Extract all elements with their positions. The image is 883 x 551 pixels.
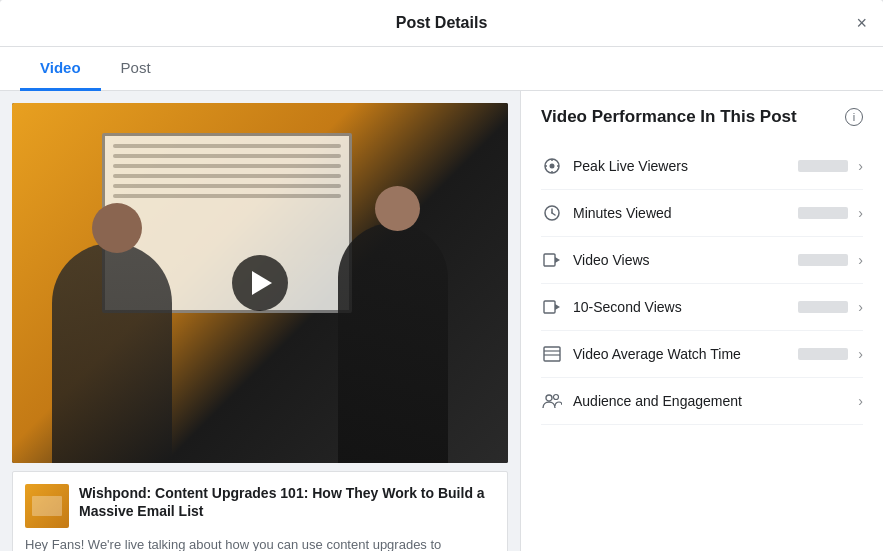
post-title: Wishpond: Content Upgrades 101: How They… [79, 484, 495, 520]
metric-row-views[interactable]: Video Views › [541, 237, 863, 284]
metric-row-peak-live[interactable]: Peak Live Viewers › [541, 143, 863, 190]
post-card: Wishpond: Content Upgrades 101: How They… [12, 471, 508, 551]
modal-body: Wishpond: Content Upgrades 101: How They… [0, 91, 883, 551]
svg-rect-11 [544, 301, 555, 313]
svg-marker-10 [555, 257, 560, 263]
audience-label: Audience and Engagement [573, 393, 798, 409]
wb-line [113, 184, 341, 188]
chevron-icon: › [858, 205, 863, 221]
ten-second-value [798, 301, 848, 313]
metric-row-minutes[interactable]: Minutes Viewed › [541, 190, 863, 237]
close-button[interactable]: × [856, 14, 867, 32]
right-panel-content: Video Performance In This Post i [521, 91, 883, 551]
chevron-icon: › [858, 346, 863, 362]
svg-point-1 [550, 164, 555, 169]
post-card-header: Wishpond: Content Upgrades 101: How They… [25, 484, 495, 528]
tab-video[interactable]: Video [20, 47, 101, 91]
video-views-icon [541, 249, 563, 271]
play-icon [252, 271, 272, 295]
svg-line-8 [552, 213, 555, 215]
chevron-icon: › [858, 393, 863, 409]
metric-row-avg-watch[interactable]: Video Average Watch Time › [541, 331, 863, 378]
avg-watch-value [798, 348, 848, 360]
video-views-label: Video Views [573, 252, 798, 268]
modal: Post Details × Video Post [0, 0, 883, 551]
svg-rect-13 [544, 347, 560, 361]
person-left-head [92, 203, 142, 253]
wb-line [113, 174, 341, 178]
section-header: Video Performance In This Post i [541, 107, 863, 127]
minutes-label: Minutes Viewed [573, 205, 798, 221]
tab-post[interactable]: Post [101, 47, 171, 91]
peak-live-icon [541, 155, 563, 177]
svg-point-16 [546, 395, 552, 401]
chevron-icon: › [858, 252, 863, 268]
person-left [52, 243, 172, 463]
audience-icon [541, 390, 563, 412]
minutes-icon [541, 202, 563, 224]
post-thumb-inner [32, 496, 62, 516]
peak-live-value [798, 160, 848, 172]
wb-line [113, 194, 341, 198]
modal-title: Post Details [396, 14, 488, 32]
minutes-value [798, 207, 848, 219]
video-views-value [798, 254, 848, 266]
avg-watch-icon [541, 343, 563, 365]
svg-rect-9 [544, 254, 555, 266]
whiteboard-lines [105, 136, 349, 206]
metric-row-10sec[interactable]: 10-Second Views › [541, 284, 863, 331]
chevron-icon: › [858, 299, 863, 315]
metric-row-audience[interactable]: Audience and Engagement › [541, 378, 863, 425]
video-container[interactable] [12, 103, 508, 463]
peak-live-label: Peak Live Viewers [573, 158, 798, 174]
ten-second-icon [541, 296, 563, 318]
avg-watch-label: Video Average Watch Time [573, 346, 798, 362]
post-thumbnail [25, 484, 69, 528]
info-icon[interactable]: i [845, 108, 863, 126]
section-title: Video Performance In This Post [541, 107, 797, 127]
right-panel: Video Performance In This Post i [520, 91, 883, 551]
wb-line [113, 154, 341, 158]
modal-header: Post Details × [0, 0, 883, 47]
tabs-row: Video Post [0, 47, 883, 91]
play-button[interactable] [232, 255, 288, 311]
person-right-head [375, 186, 420, 231]
wb-line [113, 164, 341, 168]
person-right [338, 223, 448, 463]
chevron-icon: › [858, 158, 863, 174]
post-description: Hey Fans! We're live talking about how y… [25, 536, 495, 551]
svg-point-17 [554, 395, 559, 400]
ten-second-label: 10-Second Views [573, 299, 798, 315]
svg-marker-12 [555, 304, 560, 310]
left-panel: Wishpond: Content Upgrades 101: How They… [0, 91, 520, 551]
wb-line [113, 144, 341, 148]
